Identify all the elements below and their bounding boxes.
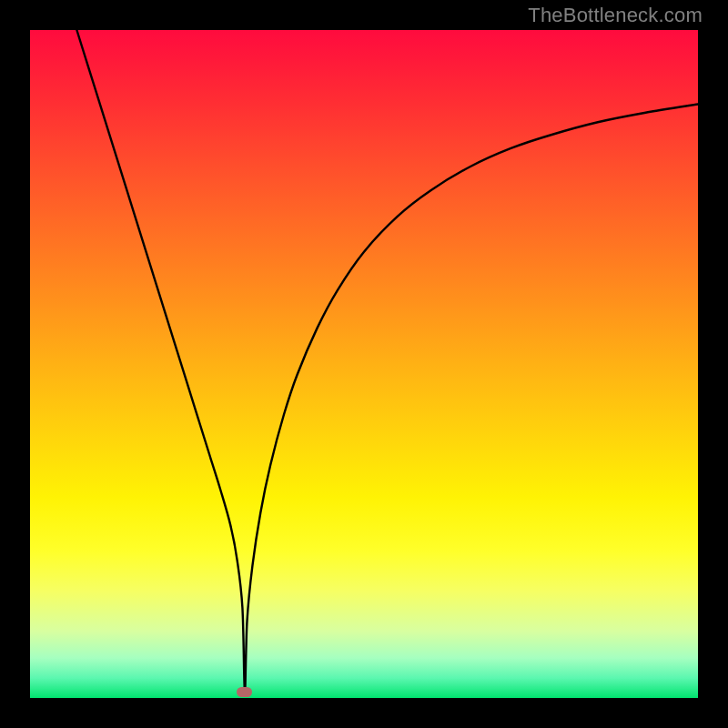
plot-background bbox=[30, 30, 698, 698]
bottleneck-chart bbox=[0, 0, 728, 728]
optimal-point-marker bbox=[237, 687, 252, 697]
chart-frame: TheBottleneck.com bbox=[0, 0, 728, 728]
watermark-text: TheBottleneck.com bbox=[528, 4, 703, 27]
